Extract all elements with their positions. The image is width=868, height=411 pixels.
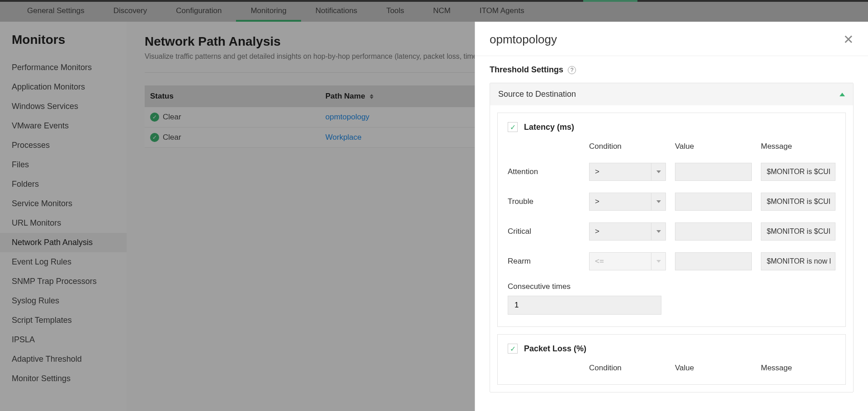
help-icon[interactable]: ? bbox=[568, 66, 576, 74]
threshold-grid-latency: Condition Value Message Attention > $MON… bbox=[508, 142, 835, 270]
drawer-body: Threshold Settings ? Source to Destinati… bbox=[475, 56, 868, 411]
chevron-up-icon bbox=[840, 93, 845, 96]
drawer-header: opmtopology ✕ bbox=[475, 22, 868, 56]
row-rearm-label: Rearm bbox=[508, 257, 580, 266]
chevron-down-icon[interactable] bbox=[651, 193, 666, 211]
metric-packet-loss: ✓ Packet Loss (%) Condition Value Messag… bbox=[497, 334, 846, 385]
rearm-value-input[interactable] bbox=[675, 252, 752, 270]
close-icon[interactable]: ✕ bbox=[843, 33, 854, 46]
section-heading: Threshold Settings ? bbox=[490, 65, 854, 75]
rearm-condition-value: <= bbox=[589, 252, 651, 270]
header-condition: Condition bbox=[589, 142, 666, 151]
row-attention-label: Attention bbox=[508, 167, 580, 176]
threshold-drawer: opmtopology ✕ Threshold Settings ? Sourc… bbox=[475, 22, 868, 411]
header-message: Message bbox=[761, 142, 835, 151]
critical-condition-select[interactable]: > bbox=[589, 222, 666, 241]
attention-value-input[interactable] bbox=[675, 163, 752, 181]
section-title: Threshold Settings bbox=[490, 65, 563, 75]
critical-value-input[interactable] bbox=[675, 222, 752, 241]
threshold-grid-packet-loss: Condition Value Message bbox=[508, 364, 835, 373]
accordion-title: Source to Destination bbox=[498, 90, 576, 99]
header-condition: Condition bbox=[589, 364, 666, 373]
header-message: Message bbox=[761, 364, 835, 373]
row-critical-label: Critical bbox=[508, 227, 580, 236]
rearm-condition-select: <= bbox=[589, 252, 666, 270]
chevron-down-icon[interactable] bbox=[651, 163, 666, 181]
rearm-message-input[interactable]: $MONITOR is now l bbox=[761, 252, 835, 270]
trouble-condition-select[interactable]: > bbox=[589, 193, 666, 211]
chevron-down-icon bbox=[651, 252, 666, 270]
consecutive-input[interactable] bbox=[508, 296, 661, 315]
packet-loss-title: Packet Loss (%) bbox=[524, 344, 586, 354]
attention-condition-select[interactable]: > bbox=[589, 163, 666, 181]
drawer-title: opmtopology bbox=[490, 33, 557, 47]
consecutive-label: Consecutive times bbox=[508, 282, 835, 291]
critical-message-input[interactable]: $MONITOR is $CUI bbox=[761, 222, 835, 241]
latency-title: Latency (ms) bbox=[524, 123, 574, 132]
attention-condition-value: > bbox=[589, 163, 651, 181]
metric-latency: ✓ Latency (ms) Condition Value Message A… bbox=[497, 113, 846, 327]
row-trouble-label: Trouble bbox=[508, 197, 580, 206]
attention-message-input[interactable]: $MONITOR is $CUI bbox=[761, 163, 835, 181]
trouble-value-input[interactable] bbox=[675, 193, 752, 211]
chevron-down-icon[interactable] bbox=[651, 222, 666, 241]
header-value: Value bbox=[675, 364, 752, 373]
accordion-source-to-destination: Source to Destination ✓ Latency (ms) Con… bbox=[490, 83, 854, 392]
packet-loss-checkbox[interactable]: ✓ bbox=[508, 344, 518, 354]
latency-checkbox[interactable]: ✓ bbox=[508, 122, 518, 132]
trouble-message-input[interactable]: $MONITOR is $CUI bbox=[761, 193, 835, 211]
trouble-condition-value: > bbox=[589, 193, 651, 211]
header-value: Value bbox=[675, 142, 752, 151]
critical-condition-value: > bbox=[589, 222, 651, 241]
accordion-header[interactable]: Source to Destination bbox=[490, 83, 853, 105]
